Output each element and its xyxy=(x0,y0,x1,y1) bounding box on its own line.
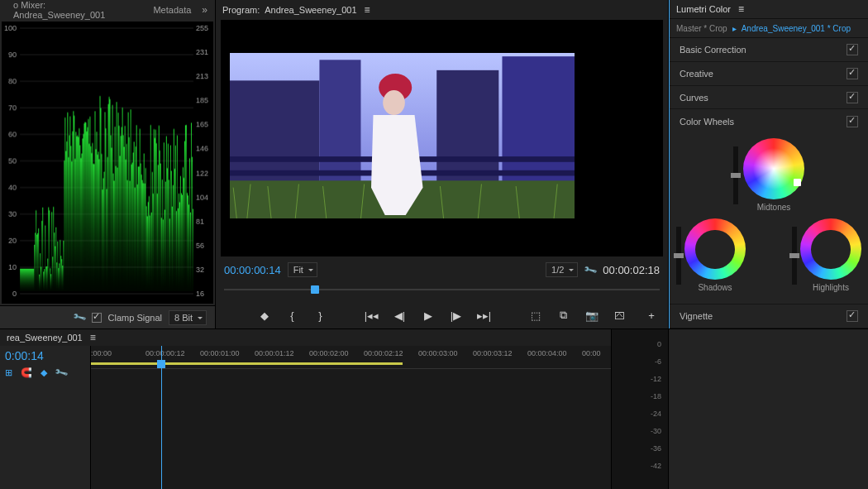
clamp-signal-label: Clamp Signal xyxy=(108,313,162,323)
color-wheels-toggle[interactable] xyxy=(847,116,858,127)
linked-selection-icon[interactable]: ◆ xyxy=(41,367,47,378)
timeline-playhead-head[interactable] xyxy=(157,360,165,368)
mark-out-button[interactable]: } xyxy=(312,307,329,324)
timeline-header-area: 0:00:14 ⊞ 🧲 ◆ 🔧 xyxy=(0,346,91,489)
color-wheels-area: Midtones Shadows Highlights xyxy=(670,133,868,304)
midtones-luma-slider[interactable] xyxy=(733,146,738,204)
button-editor-plus-icon[interactable]: + xyxy=(643,307,660,324)
go-to-out-button[interactable]: ▸▸| xyxy=(476,307,493,324)
add-marker-button[interactable]: ◆ xyxy=(256,307,273,324)
ruler-tick: 00:00:02:00 xyxy=(309,349,349,357)
curves-toggle[interactable] xyxy=(847,92,858,103)
ruler-tick: 00:00:04:00 xyxy=(527,349,567,357)
go-to-in-button[interactable]: |◂◂ xyxy=(364,307,380,324)
midtones-wheel[interactable] xyxy=(743,138,804,199)
program-settings-icon[interactable]: 🔧 xyxy=(583,262,599,277)
db-label: -30 xyxy=(612,423,668,440)
program-title: Andrea_Sweeney_001 xyxy=(265,5,356,15)
timeline-panel: rea_Sweeney_001 ≡ 0:00:14 ⊞ 🧲 ◆ 🔧 :00:00… xyxy=(0,329,612,489)
highlights-wheel[interactable] xyxy=(800,218,861,280)
program-viewport[interactable] xyxy=(221,20,663,256)
timeline-tab[interactable]: rea_Sweeney_001 xyxy=(7,333,83,343)
nest-icon[interactable]: ⊞ xyxy=(5,367,12,378)
program-monitor-panel: Program: Andrea_Sweeney_001 ≡ xyxy=(216,0,669,328)
program-timecode-right: 00:00:02:18 xyxy=(603,264,660,276)
db-label: -12 xyxy=(612,371,668,388)
transport-button-bar: ◆ { } |◂◂ ◀| ▶ |▶ ▸▸| ⬚ ⧉ 📷 ⮹ + xyxy=(216,302,668,328)
db-label: -18 xyxy=(612,388,668,405)
timeline-tracks-area[interactable]: :00:0000:00:00:1200:00:01:0000:00:01:120… xyxy=(91,346,611,489)
ruler-tick: 00:00:00:12 xyxy=(145,349,185,357)
ruler-tick: 00:00 xyxy=(582,349,601,357)
program-title-prefix: Program: xyxy=(222,5,260,15)
mark-in-button[interactable]: { xyxy=(284,307,301,324)
section-basic-correction[interactable]: Basic Correction xyxy=(670,38,868,62)
resolution-dropdown[interactable]: 1/2 xyxy=(546,262,578,277)
lumetri-title: Lumetri Color xyxy=(676,4,731,14)
program-playhead-marker[interactable] xyxy=(311,285,319,294)
section-creative[interactable]: Creative xyxy=(670,62,868,86)
ruler-tick: 00:00:02:12 xyxy=(364,349,403,357)
ruler-tick: 00:00:03:12 xyxy=(473,349,513,357)
lumetri-panel-menu-icon[interactable]: ≡ xyxy=(736,3,746,15)
shadows-label: Shadows xyxy=(684,283,746,292)
share-button[interactable]: ⮹ xyxy=(612,307,628,324)
db-label: -42 xyxy=(612,458,668,475)
basic-correction-toggle[interactable] xyxy=(847,44,858,55)
crumb-master[interactable]: Master * Crop xyxy=(676,24,727,33)
program-scrub-bar[interactable] xyxy=(224,282,660,299)
ruler-tick: 00:00:03:00 xyxy=(418,349,458,357)
ruler-tick: 00:00:01:12 xyxy=(255,349,294,357)
midtones-wheel-puck[interactable] xyxy=(794,179,801,186)
zoom-dropdown[interactable]: Fit xyxy=(288,262,317,277)
extract-button[interactable]: ⧉ xyxy=(556,307,572,324)
timeline-timecode[interactable]: 0:00:14 xyxy=(5,349,85,362)
section-curves[interactable]: Curves xyxy=(670,86,868,110)
snap-icon[interactable]: 🧲 xyxy=(21,367,32,378)
step-forward-button[interactable]: |▶ xyxy=(448,307,465,324)
svg-rect-3 xyxy=(436,70,498,188)
lumetri-breadcrumb: Master * Crop ▸ Andrea_Sweeney_001 * Cro… xyxy=(670,19,868,38)
step-back-button[interactable]: ◀| xyxy=(392,307,408,324)
ruler-tick: 00:00:01:00 xyxy=(200,349,240,357)
section-color-wheels[interactable]: Color Wheels xyxy=(670,109,868,133)
highlights-luma-slider[interactable] xyxy=(792,227,797,285)
scope-tabs: o Mixer: Andrea_Sweeney_001 Metadata » xyxy=(0,0,215,20)
timeline-settings-icon[interactable]: 🔧 xyxy=(54,365,69,380)
midtones-label: Midtones xyxy=(743,203,804,212)
db-label: 0 xyxy=(612,336,668,353)
video-frame xyxy=(230,53,575,218)
shadows-wheel[interactable] xyxy=(684,218,746,280)
svg-point-19 xyxy=(383,90,405,115)
crumb-clip[interactable]: Andrea_Sweeney_001 * Crop xyxy=(742,24,851,33)
tab-metadata[interactable]: Metadata xyxy=(145,2,199,17)
creative-toggle[interactable] xyxy=(847,68,858,79)
db-label: -24 xyxy=(612,405,668,423)
db-label: -6 xyxy=(612,353,668,371)
export-frame-button[interactable]: 📷 xyxy=(584,307,600,324)
bit-depth-dropdown[interactable]: 8 Bit xyxy=(169,310,207,325)
lumetri-color-panel: Lumetri Color ≡ Master * Crop ▸ Andrea_S… xyxy=(669,0,868,328)
svg-rect-4 xyxy=(502,56,575,187)
shadows-luma-slider[interactable] xyxy=(676,227,681,285)
tab-audio-mixer[interactable]: o Mixer: Andrea_Sweeney_001 xyxy=(5,0,145,22)
waveform-scope[interactable] xyxy=(2,22,213,304)
play-button[interactable]: ▶ xyxy=(420,307,436,324)
section-vignette[interactable]: Vignette xyxy=(670,304,868,328)
lumetri-scopes-panel: o Mixer: Andrea_Sweeney_001 Metadata » 🔧… xyxy=(0,0,216,328)
scope-flyout-icon[interactable]: » xyxy=(199,4,210,16)
vignette-toggle[interactable] xyxy=(847,310,858,322)
program-panel-menu-icon[interactable]: ≡ xyxy=(362,4,373,16)
timeline-panel-menu-icon[interactable]: ≡ xyxy=(88,332,98,343)
timeline-ruler[interactable]: :00:0000:00:00:1200:00:01:0000:00:01:120… xyxy=(91,346,611,369)
highlights-label: Highlights xyxy=(800,283,861,292)
timeline-work-area-bar[interactable] xyxy=(91,362,403,365)
audio-meter-panel: 0-6-12-18-24-30-36-42 xyxy=(612,329,669,489)
program-timecode-left[interactable]: 00:00:00:14 xyxy=(224,264,281,276)
scope-settings-icon[interactable]: 🔧 xyxy=(71,310,87,325)
db-label: -36 xyxy=(612,440,668,458)
panel-filler xyxy=(669,329,868,489)
lift-button[interactable]: ⬚ xyxy=(527,307,544,324)
clamp-signal-checkbox[interactable] xyxy=(92,313,102,323)
svg-rect-1 xyxy=(230,80,319,184)
